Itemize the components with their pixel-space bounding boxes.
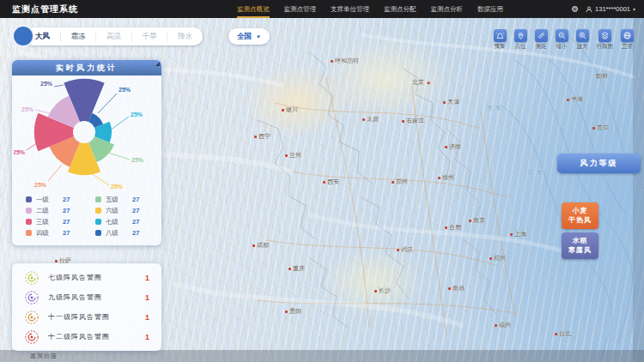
region-value: 全国: [237, 32, 252, 42]
menu-item-data-app[interactable]: 数据应用: [477, 0, 503, 18]
rose-pct-2: 25%: [21, 106, 34, 112]
warning-row[interactable]: 十一级阵风告警圈 1: [12, 307, 161, 327]
city-label: 合肥: [445, 223, 461, 232]
city-label: 银川: [282, 106, 298, 114]
warning-row[interactable]: 九级阵风告警圈 1: [12, 287, 161, 307]
city-label: 郑州: [392, 178, 408, 186]
tool-admin-map[interactable]: 行政图: [597, 29, 614, 51]
menu-item-overview[interactable]: 监测点概览: [237, 0, 270, 18]
wheat-dry-hot-wind-button[interactable]: 小麦 干热风: [562, 202, 598, 229]
city-label: 福州: [495, 321, 511, 329]
city-label: 石家庄: [402, 117, 424, 125]
legend-swatch: [26, 208, 32, 214]
warning-row[interactable]: 十二级阵风告警圈 1: [12, 327, 161, 347]
country-label-bangladesh: 孟加拉国: [30, 352, 58, 360]
typhoon-badge-icon: [24, 270, 39, 286]
hazard-tabbar: 大风 霜冻 高温 干旱 降水: [24, 27, 203, 45]
map-bottom-shade: 孟加拉国: [0, 350, 644, 362]
legend-swatch: [26, 230, 32, 236]
tool-zoom-in[interactable]: 放大: [576, 29, 589, 51]
rose-pct-4: 25%: [34, 182, 47, 188]
tab-drought[interactable]: 干旱: [131, 32, 167, 42]
menu-item-support-units[interactable]: 支撑单位管理: [331, 0, 369, 18]
user-account-menu[interactable]: 131****0001 ▾: [586, 5, 635, 13]
tool-measure[interactable]: 测距: [535, 29, 548, 51]
zoom-in-icon: [576, 29, 589, 42]
rose-pct-8: 25%: [118, 87, 131, 93]
map-toolbar: 预警 点位 测距 缩小 放大 行政图 卫星: [494, 29, 635, 51]
hazard-badge-icon[interactable]: [12, 25, 34, 47]
warning-count: 1: [145, 293, 149, 302]
menu-item-assign[interactable]: 监测点分配: [384, 0, 416, 18]
tool-zoom-out[interactable]: 缩小: [556, 29, 568, 51]
city-label: 南昌: [448, 284, 465, 293]
sea-label-yellowsea: 黄海: [527, 168, 544, 177]
city-label: 西安: [323, 178, 339, 186]
settings-gear-icon[interactable]: ⚙: [571, 5, 579, 14]
city-label-beijing: 北京★: [412, 78, 431, 87]
measure-icon: [535, 29, 548, 42]
satellite-icon: [621, 29, 634, 42]
pin-icon: [514, 29, 527, 42]
legend-item[interactable]: 一级27: [26, 194, 83, 205]
warning-row[interactable]: 七级阵风告警圈 1: [12, 268, 161, 287]
legend-item[interactable]: 五级27: [95, 194, 153, 205]
legend-item[interactable]: 四级27: [26, 227, 83, 238]
city-label: 杭州: [489, 254, 506, 262]
map-edge-shade: [633, 18, 644, 362]
tool-points[interactable]: 点位: [514, 29, 527, 51]
city-label: 太原: [362, 115, 379, 124]
layers-icon: [598, 29, 611, 42]
tab-rain[interactable]: 降水: [167, 32, 203, 42]
tool-alert[interactable]: 预警: [494, 29, 507, 51]
region-select[interactable]: 全国 ▼: [228, 28, 270, 45]
city-label: 成都: [252, 241, 269, 250]
city-label: 上海: [510, 230, 526, 238]
monitoring-overview-screen: 呼和浩特 北京★ 天津 太原 石家庄 济南 银川 西宁 兰州 西安 郑州 徐州 …: [0, 0, 644, 362]
city-label: 西宁: [254, 132, 270, 141]
rose-pct-1: 25%: [40, 81, 53, 87]
chevron-down-icon: ▼: [256, 34, 261, 39]
menu-item-analysis[interactable]: 监测点分析: [431, 0, 464, 18]
typhoon-badge-icon: [24, 290, 39, 305]
legend-item[interactable]: 七级27: [95, 216, 153, 227]
rose-pct-6: 25%: [111, 184, 124, 190]
legend-item[interactable]: 三级27: [26, 216, 83, 227]
rice-cold-dew-wind-button[interactable]: 水稻 寒露风: [562, 232, 598, 259]
rose-pct-7: 25%: [131, 112, 143, 118]
legend-item[interactable]: 二级27: [26, 205, 83, 216]
rose-pct-5: 25%: [131, 157, 144, 163]
city-label: 兰州: [285, 151, 301, 160]
warning-count: 1: [145, 313, 149, 322]
chevron-down-icon: ▾: [633, 6, 635, 12]
legend-item[interactable]: 八级27: [95, 227, 153, 238]
typhoon-badge-icon: [24, 310, 39, 325]
wind-stats-panel: 实时风力统计: [12, 60, 161, 245]
legend-swatch: [26, 219, 32, 225]
city-label: 济南: [445, 142, 461, 151]
wind-level-button[interactable]: 风力等级: [557, 154, 641, 173]
panel-fold-icon[interactable]: [155, 62, 160, 66]
city-label: 平壤: [567, 95, 583, 104]
app-title: 监测点管理系统: [12, 3, 78, 15]
capital-star-icon: ★: [426, 80, 431, 86]
legend-swatch: [95, 230, 101, 236]
warning-count: 1: [145, 274, 149, 282]
typhoon-badge-icon: [24, 329, 39, 345]
zoom-out-icon: [556, 29, 568, 42]
city-label: 南京: [469, 216, 485, 225]
city-label: 呼和浩特: [331, 57, 359, 65]
legend-swatch: [95, 196, 101, 202]
city-label: 徐州: [438, 173, 454, 182]
legend-item[interactable]: 六级27: [95, 205, 153, 216]
tab-frost[interactable]: 霜冻: [60, 32, 96, 42]
legend-swatch: [95, 219, 101, 225]
tab-heat[interactable]: 高温: [95, 32, 131, 42]
user-phone: 131****0001: [595, 5, 630, 13]
city-label: 武汉: [397, 245, 413, 254]
city-label: 首尔: [592, 124, 609, 132]
navbar-right: ⚙ 131****0001 ▾: [571, 0, 635, 18]
tool-satellite[interactable]: 卫星: [621, 29, 634, 51]
menu-item-manage[interactable]: 监测点管理: [284, 0, 317, 18]
top-navbar: 监测点管理系统 监测点概览 监测点管理 支撑单位管理 监测点分配 监测点分析 数…: [0, 0, 644, 18]
